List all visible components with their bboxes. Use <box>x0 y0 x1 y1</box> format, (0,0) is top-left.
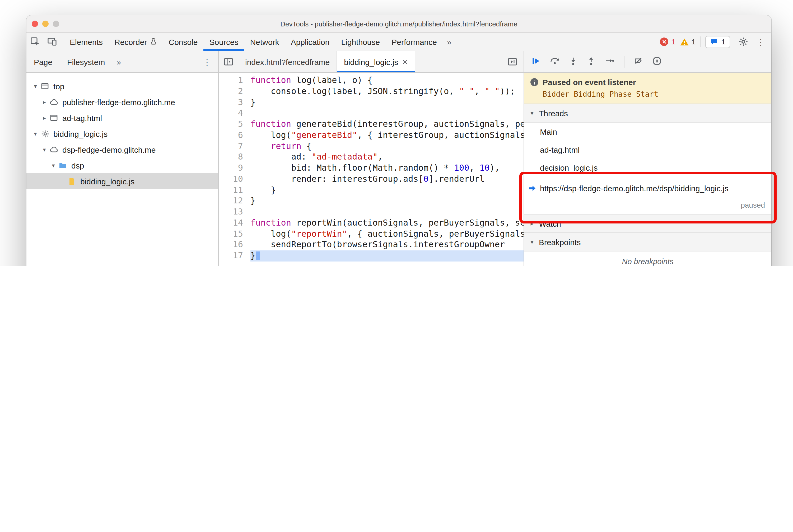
error-count: 1 <box>671 38 675 46</box>
tab-label: Network <box>250 37 279 46</box>
line-number[interactable]: 11 <box>219 185 243 196</box>
section-header-threads[interactable]: ▾Threads <box>524 103 771 122</box>
error-badge[interactable]: ✕ 1 <box>660 38 675 46</box>
zoom-window-button[interactable] <box>53 21 59 27</box>
code-editor[interactable]: 1234567891011121314151617 function log(l… <box>219 73 524 266</box>
device-toolbar-button[interactable] <box>43 33 60 51</box>
debugger-scroll: Paused on event listener Bidder Bidding … <box>524 73 771 266</box>
tab-lighthouse[interactable]: Lighthouse <box>335 33 386 51</box>
navigator-kebab-icon[interactable]: ⋮ <box>196 51 218 72</box>
step-out-button[interactable] <box>587 56 596 68</box>
section-title: Breakpoints <box>539 238 581 246</box>
disclosure-icon[interactable]: ▾ <box>32 130 39 137</box>
tree-item-ad-tag-html[interactable]: ▸ad-tag.html <box>26 110 218 126</box>
disclosure-icon[interactable]: ▸ <box>41 98 48 106</box>
resume-icon <box>531 56 541 65</box>
disclosure-icon[interactable]: ▾ <box>41 146 48 153</box>
thread-item-ad-tag-html[interactable]: ad-tag.html <box>524 140 771 158</box>
line-number[interactable]: 4 <box>219 108 243 119</box>
thread-item-main[interactable]: Main <box>524 122 771 140</box>
tree-item-publisher-fledge-demo-glitch-me[interactable]: ▸publisher-fledge-demo.glitch.me <box>26 94 218 110</box>
disclosure-icon[interactable]: ▸ <box>41 114 48 121</box>
section-header-breakpoints[interactable]: ▾Breakpoints <box>524 232 771 251</box>
disclosure-icon[interactable]: ▾ <box>32 83 39 90</box>
pause-on-exceptions-button[interactable] <box>653 56 661 68</box>
pause-on-exceptions-icon <box>653 56 661 65</box>
step-over-button[interactable] <box>550 57 560 67</box>
inspect-element-button[interactable] <box>26 33 43 51</box>
frame-icon <box>41 82 49 90</box>
thread-label: ad-tag.html <box>540 145 580 154</box>
code-line-4 <box>250 108 524 119</box>
tree-item-bidding-logic-js[interactable]: ▾bidding_logic.js <box>26 126 218 141</box>
code-line-15: log("reportWin", { auctionSignals, perBu… <box>250 228 524 240</box>
cloud-icon <box>50 145 58 154</box>
line-number[interactable]: 13 <box>219 207 243 218</box>
tab-page[interactable]: Page <box>26 51 60 72</box>
resume-button[interactable] <box>531 56 541 68</box>
step-out-icon <box>587 56 596 65</box>
tab-recorder[interactable]: Recorder <box>109 33 163 51</box>
line-number[interactable]: 2 <box>219 86 243 97</box>
toolbar-separator <box>700 36 701 47</box>
line-number[interactable]: 16 <box>219 240 243 251</box>
tree-item-dsp-fledge-demo-glitch-me[interactable]: ▾dsp-fledge-demo.glitch.me <box>26 141 218 157</box>
debugger-pane: Paused on event listener Bidder Bidding … <box>524 51 771 266</box>
deactivate-breakpoints-button[interactable] <box>634 57 643 67</box>
editor-tab-index-html-fencedframe[interactable]: index.html?fencedframe <box>238 51 337 72</box>
paused-thread-row[interactable]: https://dsp-fledge-demo.glitch.me/dsp/bi… <box>524 176 771 214</box>
line-number[interactable]: 15 <box>219 228 243 240</box>
section-header-watch[interactable]: ▸Watch <box>524 214 771 233</box>
line-number[interactable]: 9 <box>219 163 243 174</box>
line-number[interactable]: 12 <box>219 196 243 207</box>
step-button[interactable] <box>605 57 615 67</box>
line-number[interactable]: 6 <box>219 130 243 141</box>
disclosure-icon[interactable]: ▾ <box>50 162 57 169</box>
tab-label: Console <box>169 37 197 46</box>
tab-filesystem[interactable]: Filesystem <box>60 51 112 72</box>
toggle-navigator-button[interactable] <box>219 51 238 72</box>
tab-network[interactable]: Network <box>244 33 285 51</box>
file-icon <box>68 177 76 186</box>
line-number[interactable]: 17 <box>219 250 243 262</box>
thread-item-decision-logic-js[interactable]: decision_logic.js <box>524 158 771 176</box>
warning-count: 1 <box>692 38 696 46</box>
line-number[interactable]: 14 <box>219 218 243 229</box>
thread-label: decision_logic.js <box>540 163 598 172</box>
tab-elements[interactable]: Elements <box>64 33 109 51</box>
editor-extra-button[interactable] <box>501 51 524 72</box>
more-panels-chevron[interactable]: » <box>443 33 456 51</box>
minimize-window-button[interactable] <box>42 21 49 27</box>
tab-sources[interactable]: Sources <box>204 33 244 51</box>
editor-tab-label: bidding_logic.js <box>344 57 398 66</box>
settings-button[interactable] <box>735 37 752 46</box>
line-number[interactable]: 1 <box>219 75 243 86</box>
tab-label: Performance <box>392 37 437 46</box>
more-navigator-tabs-chevron[interactable]: » <box>112 51 125 72</box>
editor-tab-bidding-logic-js[interactable]: bidding_logic.js× <box>337 51 415 72</box>
more-options-kebab-icon[interactable]: ⋮ <box>757 37 765 47</box>
warning-badge[interactable]: 1 <box>680 38 696 46</box>
close-window-button[interactable] <box>32 21 38 27</box>
tab-performance[interactable]: Performance <box>386 33 443 51</box>
line-number[interactable]: 10 <box>219 174 243 185</box>
code-line-16: sendReportTo(browserSignals.interestGrou… <box>250 240 524 251</box>
close-tab-icon[interactable]: × <box>402 57 408 66</box>
tree-item-bidding-logic-js[interactable]: bidding_logic.js <box>26 173 218 189</box>
step-into-button[interactable] <box>569 56 578 68</box>
frame-icon <box>40 82 50 90</box>
tab-application[interactable]: Application <box>285 33 336 51</box>
line-number[interactable]: 5 <box>219 119 243 130</box>
tab-label: Application <box>291 37 330 46</box>
tab-console[interactable]: Console <box>163 33 203 51</box>
line-number[interactable]: 7 <box>219 141 243 152</box>
tree-item-top[interactable]: ▾top <box>26 78 218 94</box>
issues-button[interactable]: 1 <box>705 36 730 48</box>
execution-caret <box>256 251 260 260</box>
line-number[interactable]: 3 <box>219 97 243 108</box>
tree-item-dsp[interactable]: ▾dsp <box>26 157 218 173</box>
tree-item-label: top <box>53 82 64 91</box>
folder-icon <box>59 161 67 170</box>
thread-label: Main <box>540 127 557 136</box>
line-number[interactable]: 8 <box>219 152 243 163</box>
